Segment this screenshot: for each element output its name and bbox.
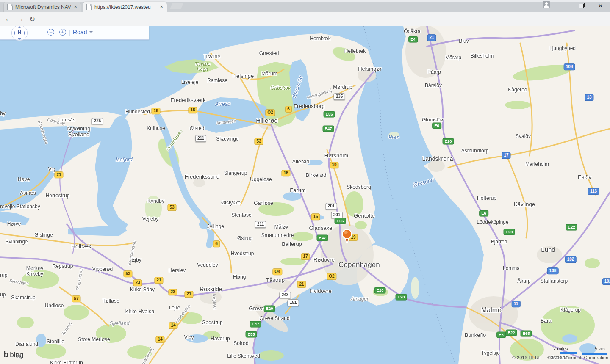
map-label: Skævinge: [216, 136, 238, 142]
map-label: Isefjord: [116, 157, 132, 163]
map-label: Greve Strand: [259, 316, 289, 321]
map-label: Hørsholm: [324, 153, 348, 159]
restore-button[interactable]: [572, 0, 591, 12]
map-label: Viby: [184, 335, 194, 340]
map-label: Greve: [249, 306, 263, 312]
zoom-out-button[interactable]: −: [47, 29, 54, 36]
map-label: Havdrup: [211, 336, 230, 342]
bing-logo[interactable]: b bing: [3, 350, 23, 359]
map-label: Høve: [18, 177, 30, 182]
close-tab-icon[interactable]: ✕: [74, 5, 78, 9]
map-label: Bjuv: [459, 39, 469, 44]
separator: |: [69, 28, 71, 36]
map-label: Ølsted: [190, 126, 205, 131]
refresh-icon[interactable]: ↻: [26, 12, 38, 26]
attribution-here: © 2016 HERE: [512, 355, 541, 360]
map-label: Skodsborg: [347, 185, 371, 190]
map-label: Löddeköpinge: [477, 220, 508, 225]
map-label: Holbæk: [71, 243, 92, 250]
pan-down-icon[interactable]: [18, 38, 21, 40]
map-label: Mörarp: [445, 55, 461, 61]
map-label: Øresund: [413, 177, 435, 188]
map-label: up: [0, 292, 6, 298]
tab-map-aspx[interactable]: https://fktest2017.westeu ✕: [83, 2, 167, 12]
map-label: Mårum: [261, 71, 277, 77]
road-name-label: Ringstedvej: [75, 268, 84, 290]
map-label: Bara: [541, 318, 551, 324]
map-label: Slangerup: [224, 171, 247, 176]
map-label: Tisvilde Hegn: [194, 62, 210, 72]
minimize-button[interactable]: [553, 0, 572, 12]
forward-icon[interactable]: →: [14, 12, 26, 26]
map-label: Frederiksværk: [170, 97, 205, 103]
back-icon[interactable]: ←: [3, 12, 14, 26]
map-label: Måløv: [274, 224, 288, 230]
map-label: Ølstykke: [221, 200, 241, 206]
map-label: Lille Skensved: [227, 353, 260, 359]
map-label: Tølløse: [103, 298, 119, 304]
map-label: Mørkøv Kirkeby: [26, 266, 44, 277]
profile-avatar-icon[interactable]: [543, 1, 550, 8]
page-favicon: [7, 4, 13, 10]
map-style-dropdown[interactable]: Road: [73, 29, 93, 36]
map-label: Fløng: [233, 274, 246, 280]
map-label: Lomma: [503, 266, 520, 271]
map-label: Hvedstrup: [231, 251, 254, 256]
map-label: Nykøbing Sjælland: [67, 126, 91, 138]
zoom-in-button[interactable]: +: [59, 29, 66, 36]
map-label: Copenhagen: [338, 261, 380, 269]
bing-logo-glyph: b: [3, 350, 8, 359]
map-label: Uggeløse: [250, 177, 272, 182]
map-label: Hørve: [7, 221, 21, 227]
map-label: Hvidovre: [310, 288, 331, 294]
browser-toolbar: ← → ↻ https://fktest2017.westeurope.clou…: [0, 12, 610, 26]
map-pushpin[interactable]: [338, 226, 355, 245]
map-label: Amager: [351, 296, 369, 302]
tab-dynamics-nav[interactable]: Microsoft Dynamics NAV ✕: [3, 2, 81, 12]
map-label: Ballerup: [282, 241, 302, 247]
map-label: Smørumnedre: [261, 233, 294, 238]
new-tab-button[interactable]: [170, 3, 183, 9]
compass-control[interactable]: N: [11, 26, 28, 41]
map-label: Birkerød: [305, 172, 326, 178]
map-label: Rødovre: [313, 257, 335, 263]
map-label: Solrød: [233, 341, 248, 346]
scale-km-label: 5 km: [595, 346, 605, 351]
map-label: Staffanstorp: [541, 279, 568, 284]
map-label: Kirke-Hvalsø: [125, 309, 155, 314]
map-label: Stenlille: [47, 339, 64, 345]
map-label: Ödåkra: [404, 29, 420, 34]
map-label: Vejleby: [142, 216, 159, 222]
map-control-panel: N − + | Road: [0, 26, 149, 40]
map-label: Frederikssund: [185, 174, 219, 180]
map-label: Gentofte: [354, 213, 375, 219]
map-label: rup: [0, 273, 7, 278]
bing-logo-text: bing: [10, 351, 23, 359]
map-label: Eslöv: [578, 174, 591, 180]
map-label-layer: HornbækGræstedHellebækHelsingørÖdåkraBju…: [0, 26, 610, 364]
map-label: Herslev: [169, 268, 186, 273]
pan-up-icon[interactable]: [18, 26, 21, 28]
map-label: Mørdrup: [333, 85, 352, 90]
map-label: Undløse: [45, 303, 64, 309]
road-name-label: Roskildevej: [140, 347, 155, 364]
map-label: Helsingør: [358, 66, 382, 72]
map-label: Græsted: [259, 51, 279, 56]
close-window-button[interactable]: ✕: [591, 0, 610, 12]
road-name-label: Amtsvejen: [216, 119, 236, 126]
compass-north-label: N: [12, 30, 27, 35]
map-label: Bårslöv: [425, 83, 442, 88]
map-label: Nordskoven: [165, 129, 183, 152]
close-tab-icon[interactable]: ✕: [160, 5, 164, 9]
map-label: Roskilde: [200, 286, 222, 292]
map-canvas[interactable]: 1616O26531916215361617O4O221232123215753…: [0, 26, 610, 364]
map-label: Farum: [290, 188, 306, 193]
map-label: Marieholm: [525, 162, 549, 167]
map-label: Svalöv: [516, 134, 531, 139]
map-label: Åkarp: [517, 279, 530, 284]
map-label: Hofterup: [477, 196, 496, 201]
map-label: Kirke Såby: [130, 287, 155, 292]
map-label: Kågeröd: [508, 87, 527, 93]
road-name-label: Skovvejen: [9, 279, 29, 286]
map-attribution: © 2016 HERE© 2016 Microsoft Corporation: [506, 355, 608, 360]
